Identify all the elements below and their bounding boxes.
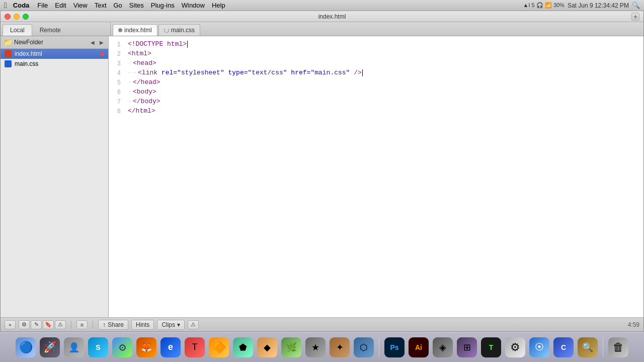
add-split-button[interactable]: + [631, 13, 639, 21]
line-column-indicator: 4:59 [628, 321, 639, 328]
dock-separator [379, 337, 379, 357]
dock-app5[interactable]: ✦ [329, 336, 351, 358]
dock: 🔵 🚀 👤 S ⊙ 🦊 e T 🔶 ⬟ ◆ 🌿 ★ ✦ ⬡ Ps [0, 332, 644, 362]
menubar-extra-info: ▲I 5 🎧 📶 30% [523, 2, 565, 9]
coda-window: index.html + Local Remote index.html mai… [0, 11, 644, 332]
code-line-7: → </body> [128, 97, 643, 106]
tab-local[interactable]: Local [3, 24, 32, 36]
share-icon: ↑ [103, 321, 106, 328]
dock-skype[interactable]: S [87, 336, 109, 358]
code-lines[interactable]: <!DOCTYPE html> <html> → <head> → → [124, 39, 643, 314]
dock-app7[interactable]: ◈ [432, 336, 454, 358]
folder-icon: 📁 [4, 38, 12, 46]
dock-finder[interactable]: 🔵 [15, 336, 37, 358]
warning-button[interactable]: ⚠ [188, 320, 199, 329]
file-tab-label: main.css [171, 27, 195, 34]
dock-firefox[interactable]: 🦊 [135, 336, 157, 358]
menubar-file[interactable]: File [37, 2, 48, 9]
code-line-5: → </head> [128, 77, 643, 87]
dock-safari[interactable]: ⦿ [528, 336, 550, 358]
action-btn-1[interactable]: ⚙ [19, 320, 30, 329]
dock-separator-2 [603, 337, 603, 357]
menubar-text[interactable]: Text [95, 2, 107, 9]
code-line-4: → → <link rel="stylesheet" type="text/cs… [128, 68, 643, 77]
hints-button[interactable]: Hints [131, 320, 154, 330]
file-tab-main-css[interactable]: main.css [158, 24, 200, 36]
code-line-1: <!DOCTYPE html> [128, 39, 643, 49]
menubar-view[interactable]: View [73, 2, 88, 9]
tab-indicator: → [128, 87, 131, 97]
dock-transmission[interactable]: T [184, 336, 206, 358]
file-tab-index-html[interactable]: index.html [113, 24, 157, 36]
main-area: 📁 NewFolder ◀ ▶ index.html main.css 1 2 [1, 36, 643, 317]
sidebar-file-main-css[interactable]: main.css [1, 59, 108, 69]
menubar-window[interactable]: Window [182, 2, 205, 9]
dock-app8[interactable]: ⊞ [456, 336, 478, 358]
spotlight-icon[interactable]: 🔍 [632, 2, 640, 9]
dock-launchpad[interactable]: 🚀 [39, 336, 61, 358]
dock-contacts[interactable]: 👤 [63, 336, 85, 358]
editor[interactable]: 1 2 3 4 5 6 7 8 <!DOCTYPE html> < [109, 36, 643, 317]
dock-app9[interactable]: 🔍 [577, 336, 599, 358]
action-buttons: ⚙ ✎ 🔖 ⚠ [19, 320, 66, 329]
clips-button[interactable]: Clips ▾ [157, 320, 185, 330]
code-line-2: <html> [128, 49, 643, 58]
tab-indicator: → [128, 77, 131, 87]
loading-spinner [164, 28, 169, 33]
tabs-row: Local Remote index.html main.css [1, 22, 643, 36]
traffic-lights [5, 14, 29, 20]
menubar-help[interactable]: Help [212, 2, 225, 9]
separator-1 [71, 321, 71, 329]
dock-illustrator[interactable]: Ai [408, 336, 430, 358]
dock-coda[interactable]: C [552, 336, 575, 358]
nav-back-button[interactable]: ◀ [89, 39, 96, 46]
dock-ie[interactable]: e [159, 336, 182, 358]
sidebar: 📁 NewFolder ◀ ▶ index.html main.css [1, 36, 109, 317]
action-btn-4[interactable]: ⚠ [55, 320, 66, 329]
css-file-icon [5, 60, 12, 67]
sidebar-file-index-html[interactable]: index.html [1, 49, 108, 59]
clips-label: Clips [162, 321, 175, 328]
menubar-edit[interactable]: Edit [55, 2, 66, 9]
tab-indicator: → [128, 97, 131, 106]
tab-remote[interactable]: Remote [32, 24, 68, 36]
code-line-3: → <head> [128, 58, 643, 68]
tab-indicator: → [133, 68, 136, 77]
share-button[interactable]: ↑ Share [98, 320, 128, 330]
toggle-btn[interactable]: ≡ [76, 320, 88, 329]
dock-app1[interactable]: ⬟ [232, 336, 254, 358]
add-file-button[interactable]: + [5, 320, 16, 329]
dock-app3[interactable]: 🌿 [280, 336, 302, 358]
menubar-plugins[interactable]: Plug-ins [151, 2, 175, 9]
menubar-clock: Sat Jun 9 12:34:42 PM [568, 2, 629, 9]
nav-forward-button[interactable]: ▶ [98, 39, 105, 46]
dock-trash[interactable]: 🗑 [607, 336, 629, 358]
menubar-go[interactable]: Go [114, 2, 122, 9]
minimize-button[interactable] [14, 14, 20, 20]
line-numbers: 1 2 3 4 5 6 7 8 [109, 39, 124, 314]
unsaved-dot [101, 52, 104, 56]
dock-terminal[interactable]: T [480, 336, 502, 358]
text-cursor-2 [362, 69, 363, 76]
editor-content[interactable]: 1 2 3 4 5 6 7 8 <!DOCTYPE html> < [109, 36, 643, 317]
action-btn-2[interactable]: ✎ [31, 320, 42, 329]
code-line-6: → <body> [128, 87, 643, 97]
titlebar: index.html + [1, 11, 643, 22]
apple-menu[interactable]:  [4, 1, 7, 10]
dock-app4[interactable]: ★ [304, 336, 327, 358]
menubar-sites[interactable]: Sites [129, 2, 144, 9]
maximize-button[interactable] [23, 14, 29, 20]
sidebar-filename: main.css [15, 60, 38, 67]
action-btn-3[interactable]: 🔖 [43, 320, 54, 329]
dock-vlc[interactable]: 🔶 [208, 336, 230, 358]
dock-app6[interactable]: ⬡ [353, 336, 375, 358]
menubar:  Coda File Edit View Text Go Sites Plug… [0, 0, 644, 11]
menubar-app-name[interactable]: Coda [13, 2, 30, 9]
close-button[interactable] [5, 14, 11, 20]
hints-label: Hints [136, 321, 149, 328]
dock-app2[interactable]: ◆ [256, 336, 278, 358]
dock-system-prefs[interactable]: ⚙ [504, 336, 526, 358]
sidebar-filename: index.html [15, 50, 42, 57]
dock-chrome[interactable]: ⊙ [111, 336, 133, 358]
dock-photoshop[interactable]: Ps [383, 336, 406, 358]
